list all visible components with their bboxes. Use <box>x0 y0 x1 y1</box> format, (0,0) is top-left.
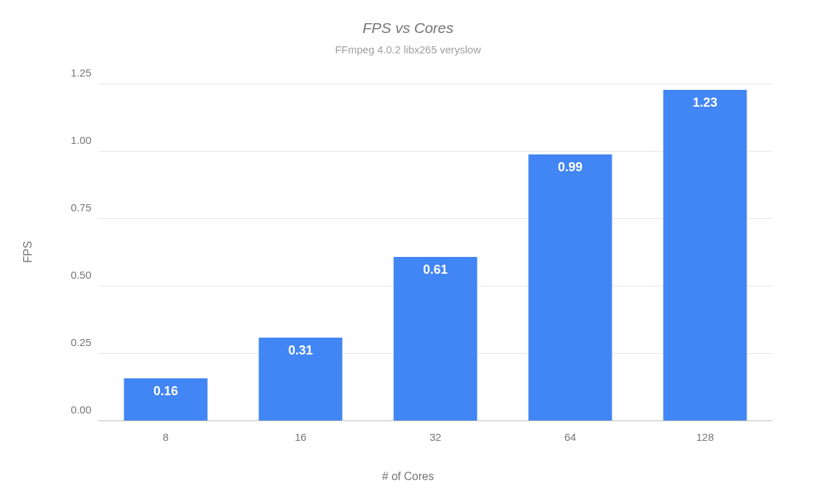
x-axis-label: # of Cores <box>0 470 816 483</box>
bars-group: 0.16 8 0.31 16 0.61 32 0.99 64 <box>98 84 772 421</box>
bar-value-label: 0.16 <box>124 384 207 399</box>
x-tick-label: 16 <box>233 431 368 443</box>
chart-container: FPS vs Cores FFmpeg 4.0.2 libx265 verysl… <box>0 0 816 504</box>
y-tick-label: 0.00 <box>49 404 91 416</box>
x-tick-label: 8 <box>98 431 233 443</box>
bar-value-label: 0.99 <box>528 160 612 175</box>
plot-area: 1.25 1.00 0.75 0.50 0.25 0.00 0.16 8 0.3… <box>98 84 772 421</box>
chart-subtitle: FFmpeg 4.0.2 libx265 veryslow <box>0 44 816 55</box>
y-tick-label: 0.25 <box>49 336 91 348</box>
bar: 1.23 <box>663 90 746 421</box>
chart-title: FPS vs Cores <box>0 20 816 37</box>
bar-value-label: 0.31 <box>258 343 342 358</box>
bar-slot: 0.99 64 <box>503 84 638 421</box>
bar: 0.16 <box>124 378 207 421</box>
x-axis-line <box>98 420 772 421</box>
bar-slot: 1.23 128 <box>638 84 772 421</box>
x-tick-label: 128 <box>638 431 772 443</box>
bar: 0.31 <box>258 338 342 421</box>
y-axis-label: FPS <box>17 0 39 504</box>
bar: 0.99 <box>528 154 612 421</box>
y-tick-label: 0.50 <box>49 269 91 281</box>
x-tick-label: 32 <box>368 431 503 443</box>
bar-slot: 0.61 32 <box>368 84 503 421</box>
bar-slot: 0.31 16 <box>233 84 368 421</box>
x-tick-label: 64 <box>503 431 638 443</box>
y-tick-label: 1.00 <box>49 134 91 146</box>
bar-slot: 0.16 8 <box>98 84 233 421</box>
bar: 0.61 <box>393 257 477 421</box>
y-tick-label: 0.75 <box>49 201 91 213</box>
y-tick-label: 1.25 <box>49 67 91 79</box>
bar-value-label: 1.23 <box>663 95 746 110</box>
bar-value-label: 0.61 <box>393 263 477 277</box>
